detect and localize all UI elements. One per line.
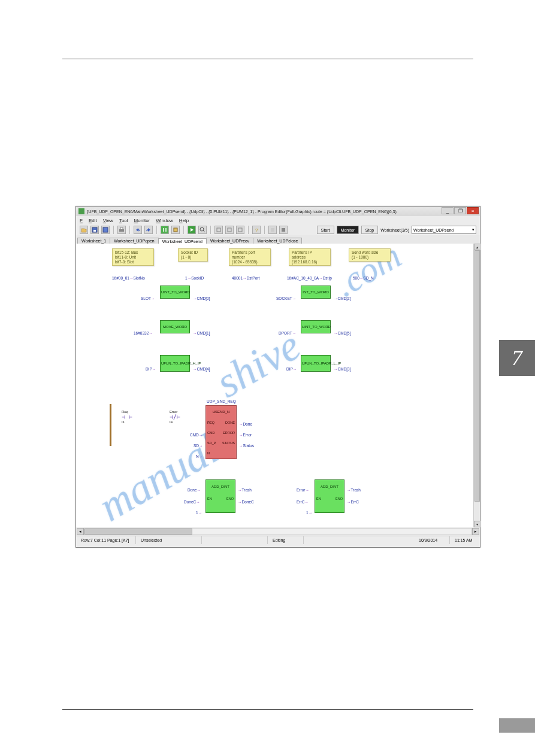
note-slot: bit15-12: Busbit11-8: Unitbit7-0: Slot	[112, 248, 154, 266]
fb5-out: →CMD[5]	[334, 331, 351, 335]
fb1-out: →CMD[0]	[193, 296, 210, 300]
add1-out2: →DoneC	[238, 500, 254, 504]
tool-b1-icon[interactable]	[214, 226, 223, 234]
tool-run-icon[interactable]	[188, 226, 196, 234]
scroll-down-icon[interactable]: ▾	[474, 521, 480, 527]
menu-tool[interactable]: Tool	[119, 218, 128, 223]
svg-rect-7	[217, 228, 220, 232]
svg-rect-5	[174, 228, 177, 232]
tool-b2-icon[interactable]	[225, 226, 234, 234]
tool-print-icon[interactable]	[117, 226, 126, 234]
add2-in1: Error→	[297, 488, 309, 492]
fb-add-dint-2[interactable]: ADD_DINT ENENO	[315, 479, 344, 513]
const-port: 40001→DstPort	[232, 276, 259, 280]
tool-undo-icon[interactable]	[134, 226, 142, 234]
scroll-right-icon[interactable]: ▸	[472, 528, 479, 535]
tool-c1-icon[interactable]	[268, 226, 277, 234]
fb4-in: SOCKET→	[276, 296, 296, 300]
menu-help[interactable]: Help	[179, 218, 189, 223]
svg-rect-4	[120, 227, 123, 229]
fb3-out: →CMD[4]	[193, 367, 210, 371]
side-block	[499, 718, 535, 733]
fb-uint-to-word-2[interactable]: UINT_TO_WORD	[301, 320, 331, 333]
chevron-down-icon: ▾	[472, 227, 474, 232]
hscroll-thumb[interactable]	[84, 529, 192, 535]
add1-in2: DoneC→	[184, 500, 200, 504]
tool-c2-icon[interactable]	[279, 226, 288, 234]
contact-req[interactable]: Req⊣ ⊢I1	[122, 410, 132, 424]
svg-rect-3	[119, 229, 124, 232]
const-ip: 16#AC_10_40_0A→DstIp	[287, 276, 332, 280]
tool-zoom-icon[interactable]	[198, 226, 207, 234]
menu-window[interactable]: Window	[156, 218, 173, 223]
add2-out1: →Trash	[347, 488, 361, 492]
fb-move-word[interactable]: MOVE_WORD	[160, 320, 190, 333]
svg-text:?: ?	[255, 227, 258, 233]
scroll-up-icon[interactable]: ▴	[474, 244, 480, 250]
tab-udpclose[interactable]: Worksheet_UDPclose	[253, 238, 302, 244]
tab-udprecv[interactable]: Worksheet_UDPrecv	[206, 238, 253, 244]
menu-monitor[interactable]: Monitor	[134, 218, 150, 223]
vscroll-thumb[interactable]	[474, 250, 480, 502]
svg-rect-1	[93, 230, 96, 232]
udp-out-done: →Done	[239, 422, 252, 426]
menubar: F Edit View Tool Monitor Window Help	[76, 216, 480, 224]
tool-redo-icon[interactable]	[144, 226, 153, 234]
status-mode: Editing	[268, 536, 304, 544]
fb1-in: SLOT→	[141, 296, 155, 300]
toolbar: ? Start Monitor Stop Worksheet(3/5) Work…	[76, 224, 480, 235]
menu-edit[interactable]: Edit	[89, 218, 97, 223]
note-ip: Partner's IPaddress(192.168.0.16)	[289, 248, 331, 266]
fb-udp-send[interactable]: USEND_N REQDONE CMDERROR SD_PSTATUS N	[205, 405, 237, 459]
tabbar: Worksheet_1 Worksheet_UDPopen Worksheet_…	[76, 235, 480, 244]
stop-button[interactable]: Stop	[361, 226, 378, 234]
minimize-button[interactable]: _	[442, 207, 454, 214]
tool-help-icon[interactable]: ?	[252, 226, 261, 234]
tool-save2-icon[interactable]	[101, 226, 110, 234]
tab-udpopen[interactable]: Worksheet_UDPopen	[110, 238, 159, 244]
contact-error[interactable]: Error⊣/⊢I4	[170, 410, 180, 424]
menu-view[interactable]: View	[103, 218, 113, 223]
svg-rect-11	[271, 228, 274, 232]
menu-file[interactable]: F	[80, 218, 83, 223]
maximize-button[interactable]: ❐	[454, 207, 466, 214]
tool-save-icon[interactable]	[90, 226, 99, 234]
tab-worksheet1[interactable]: Worksheet_1	[77, 238, 110, 244]
fb-uint-to-word-1[interactable]: UINT_TO_WORD	[160, 286, 190, 299]
tool-d2-icon[interactable]	[171, 226, 180, 234]
worksheet-select[interactable]: Worksheet_UDPsend▾	[412, 226, 476, 234]
tool-open-icon[interactable]	[80, 226, 88, 234]
titlebar[interactable]: {UFB_UDP_OPEN_EN6/Main/Worksheet_UDPsend…	[76, 207, 480, 216]
fb3-in: DIP→	[146, 367, 156, 371]
fb2-in: 16#0332→	[134, 331, 153, 335]
scroll-left-icon[interactable]: ◂	[77, 528, 84, 535]
fb-add-dint-1[interactable]: ADD_DINT ENENO	[205, 479, 235, 513]
note-wsize: Send word size(1 - 1000)	[349, 248, 391, 262]
fb4-out: →CMD[2]	[334, 296, 351, 300]
tool-b3-icon[interactable]	[236, 226, 244, 234]
chapter-tab: 7	[499, 340, 535, 376]
add1-out1: →Trash	[238, 488, 252, 492]
status-date: 10/9/2014	[414, 536, 450, 544]
udp-in-sd: SD→	[194, 444, 203, 448]
status-sel: Unselected	[136, 536, 202, 544]
close-button[interactable]: ×	[467, 207, 479, 214]
fb-ipadr-h[interactable]: UFUN_TO_IPADR_H_IP	[160, 355, 190, 372]
fb-int-to-word[interactable]: INT_TO_WORD	[301, 286, 331, 299]
udp-in-cmd: CMD→	[190, 433, 202, 437]
fb-ipadr-l[interactable]: UFUN_TO_IPADR_L_IP	[301, 355, 331, 372]
const-wsize: 500→SD_N	[353, 276, 374, 280]
tool-d1-icon[interactable]	[161, 226, 169, 234]
svg-rect-12	[282, 228, 285, 232]
start-button[interactable]: Start	[317, 226, 334, 234]
add1-in1: Done→	[188, 488, 201, 492]
const-slot: 16#00_01→SlotNo	[112, 276, 145, 280]
monitor-button[interactable]: Monitor	[337, 226, 359, 234]
svg-rect-2	[103, 227, 108, 232]
fbd-canvas[interactable]: .com shive manual bit15-12: Busbit11-8: …	[76, 244, 480, 527]
vertical-scrollbar[interactable]: ▴ ▾	[473, 244, 480, 527]
udp-out-status: →Status	[239, 444, 254, 448]
status-pos: Row:7 Col:11 Page:1 [K7]	[76, 536, 136, 544]
status-time: 11:15 AM	[450, 536, 480, 544]
horizontal-scrollbar[interactable]: ◂ ▸	[76, 527, 480, 536]
